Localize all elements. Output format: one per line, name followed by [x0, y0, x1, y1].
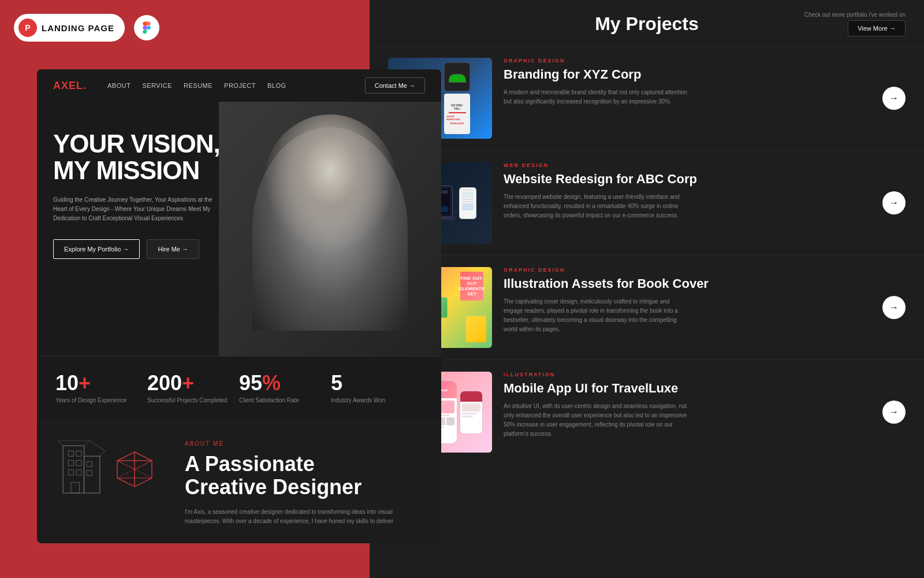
nav-service[interactable]: SERVICE: [142, 82, 172, 89]
site-logo: AXEL.: [53, 80, 87, 92]
cube-icon: [114, 449, 155, 490]
stat-satisfaction-number: 95%: [239, 373, 331, 394]
left-panel: AXEL. ABOUT SERVICE RESUME PROJECT BLOG …: [37, 69, 441, 543]
badge-label: LANDING PAGE: [42, 23, 114, 33]
nav-project[interactable]: PROJECT: [224, 82, 256, 89]
stat-awards: 5 Industry Awards Won: [331, 373, 423, 403]
about-text: I'm Axis, a seasoned creative designer d…: [185, 507, 423, 526]
nav-links: ABOUT SERVICE RESUME PROJECT BLOG: [107, 82, 351, 89]
stat-experience: 10+ Years of Design Experience: [55, 373, 147, 403]
hero-title: YOUR VISION, MY MISSION: [53, 131, 271, 184]
project-item-1: OPEN REGIS- TRATION! GO DIGI-TAL! SHORT …: [370, 46, 924, 150]
project-info-1: GRAPHIC DESIGN Branding for XYZ Corp A m…: [504, 58, 871, 139]
project-info-3: GRAPHIC DESIGN Illustration Assets for B…: [504, 267, 871, 348]
project-name-2: Website Redesign for ABC Corp: [504, 172, 871, 187]
projects-header: My Projects Check out more portfolio i'v…: [370, 0, 924, 46]
svg-line-22: [117, 469, 135, 478]
hero-section: YOUR VISION, MY MISSION Guiding the Crea…: [37, 102, 441, 356]
stat-awards-number: 5: [331, 373, 423, 394]
project-category-4: ILLUSTRATION: [504, 372, 871, 377]
site-nav: AXEL. ABOUT SERVICE RESUME PROJECT BLOG …: [37, 69, 441, 102]
project-item-3: 5 4 # FINE CUT-OUTELEMENTS SET GRAPHIC D…: [370, 255, 924, 360]
stat-satisfaction: 95% Client Satisfaction Rate: [239, 373, 331, 403]
project-category-3: GRAPHIC DESIGN: [504, 267, 871, 273]
view-more-button[interactable]: View More →: [848, 20, 906, 36]
right-panel: My Projects Check out more portfolio i'v…: [370, 0, 924, 578]
top-bar: P LANDING PAGE: [14, 14, 159, 42]
nav-about[interactable]: ABOUT: [107, 82, 131, 89]
svg-rect-6: [68, 470, 73, 475]
svg-rect-2: [68, 451, 73, 456]
svg-line-15: [90, 440, 105, 451]
badge-icon: P: [18, 18, 37, 37]
svg-rect-8: [71, 483, 80, 493]
project-desc-3: The captivating cover design, meticulous…: [504, 297, 688, 334]
about-title: A Passionate Creative Designer: [185, 453, 423, 498]
project-name-3: Illustration Assets for Book Cover: [504, 276, 871, 291]
building-icon: [55, 440, 107, 498]
nav-resume[interactable]: RESUME: [184, 82, 213, 89]
landing-page-badge: P LANDING PAGE: [14, 14, 125, 42]
stat-awards-label: Industry Awards Won: [331, 397, 423, 403]
stat-satisfaction-label: Client Satisfaction Rate: [239, 397, 331, 403]
svg-rect-5: [76, 461, 81, 466]
view-more-area: Check out more portfolio i've worked on …: [778, 12, 906, 36]
svg-line-14: [100, 451, 105, 456]
about-section: ABOUT ME A Passionate Creative Designer …: [37, 420, 441, 543]
project-arrow-1[interactable]: →: [882, 87, 906, 110]
nav-blog[interactable]: BLOG: [267, 82, 286, 89]
stat-projects-label: Successful Projects Completed: [147, 397, 239, 403]
svg-rect-10: [87, 470, 92, 476]
stat-projects: 200+ Successful Projects Completed: [147, 373, 239, 403]
svg-rect-4: [68, 461, 73, 466]
stat-experience-label: Years of Design Experience: [55, 397, 147, 403]
about-graphics: [55, 440, 171, 498]
project-name-1: Branding for XYZ Corp: [504, 67, 871, 82]
project-item-2: WEB DESIGN Website Redesign for ABC Corp…: [370, 150, 924, 255]
project-desc-1: A modern and memorable brand identity th…: [504, 88, 688, 106]
project-arrow-2[interactable]: →: [882, 191, 906, 214]
about-label: ABOUT ME: [185, 440, 423, 447]
stat-projects-number: 200+: [147, 373, 239, 394]
project-arrow-4[interactable]: →: [882, 401, 906, 424]
hire-me-button[interactable]: Hire Me →: [147, 239, 199, 259]
stat-experience-number: 10+: [55, 373, 147, 394]
explore-portfolio-button[interactable]: Explore My Portfolio →: [53, 239, 140, 259]
contact-me-button[interactable]: Contact Me →: [365, 77, 425, 94]
hero-buttons: Explore My Portfolio → Hire Me →: [53, 239, 271, 259]
hero-content: YOUR VISION, MY MISSION Guiding the Crea…: [53, 131, 271, 259]
svg-rect-7: [76, 470, 81, 475]
view-more-hint: Check out more portfolio i've worked on: [778, 12, 906, 18]
project-category-2: WEB DESIGN: [504, 162, 871, 168]
project-category-1: GRAPHIC DESIGN: [504, 58, 871, 64]
svg-rect-3: [76, 451, 81, 456]
project-arrow-3[interactable]: →: [882, 296, 906, 319]
project-item-4: ◂ Detail: [370, 360, 924, 464]
svg-line-11: [58, 440, 63, 446]
stats-section: 10+ Years of Design Experience 200+ Succ…: [37, 356, 441, 420]
project-info-4: ILLUSTRATION Mobile App UI for TravelLux…: [504, 372, 871, 453]
projects-title: My Projects: [515, 13, 778, 35]
svg-line-12: [84, 440, 90, 446]
project-desc-4: An intuitive UI, with its user-centric d…: [504, 402, 688, 439]
project-name-4: Mobile App UI for TravelLuxe: [504, 381, 871, 396]
figma-icon[interactable]: [134, 15, 159, 40]
about-content: ABOUT ME A Passionate Creative Designer …: [185, 440, 423, 526]
svg-line-23: [135, 469, 152, 478]
project-desc-2: The revamped website design, featuring a…: [504, 192, 688, 220]
project-info-2: WEB DESIGN Website Redesign for ABC Corp…: [504, 162, 871, 243]
svg-rect-9: [87, 461, 92, 466]
hero-subtitle: Guiding the Creative Journey Together, Y…: [53, 195, 215, 223]
